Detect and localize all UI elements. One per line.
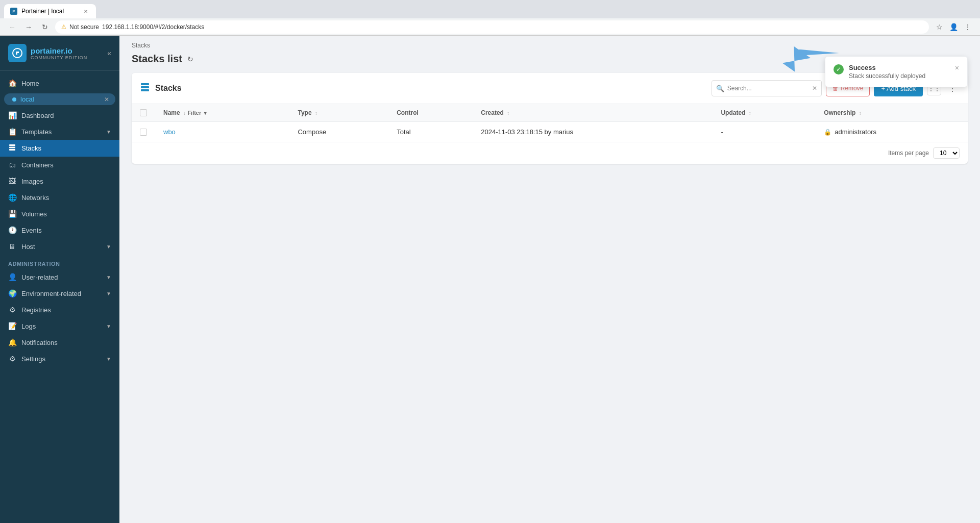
sidebar-item-settings[interactable]: ⚙ Settings ▼ — [0, 351, 119, 367]
notifications-icon: 🔔 — [8, 338, 16, 346]
home-icon: 🏠 — [8, 79, 16, 87]
select-all-checkbox[interactable] — [140, 109, 147, 116]
refresh-button[interactable]: ↻ — [187, 55, 193, 63]
svg-rect-5 — [141, 86, 149, 88]
type-sort-icon: ↕ — [315, 110, 317, 116]
toast-message: Stack successfully deployed — [849, 72, 950, 80]
sidebar-item-label-networks: Networks — [21, 194, 49, 202]
search-input[interactable] — [727, 85, 809, 92]
sidebar-item-label-host: Host — [21, 243, 35, 251]
environment-related-chevron-icon: ▼ — [106, 291, 111, 296]
settings-icon: ⚙ — [8, 355, 16, 363]
logo-content: portainer.io Community Edition — [8, 44, 87, 62]
logo-main-text: portainer.io — [31, 46, 87, 55]
toast-notification: ✓ Success Stack successfully deployed × — [825, 56, 968, 87]
sidebar-item-notifications[interactable]: 🔔 Notifications — [0, 334, 119, 351]
sidebar-item-label-settings: Settings — [21, 355, 45, 363]
created-column-header[interactable]: Created ↕ — [473, 104, 713, 122]
sidebar-item-home[interactable]: 🏠 Home — [0, 75, 119, 91]
active-tab[interactable]: P Portainer | local ✕ — [4, 4, 96, 18]
sidebar-item-label-images: Images — [21, 178, 43, 185]
sidebar-item-label-stacks: Stacks — [21, 144, 41, 152]
sidebar-item-images[interactable]: 🖼 Images — [0, 173, 119, 189]
stacks-table: Name ↓ Filter ▼ Type ↕ C — [132, 104, 968, 142]
row-type-cell: Compose — [289, 122, 388, 142]
logo-text: portainer.io Community Edition — [31, 46, 87, 60]
bookmark-button[interactable]: ☆ — [933, 21, 945, 33]
control-column-header[interactable]: Control — [388, 104, 473, 122]
row-updated-cell: - — [713, 122, 816, 142]
sidebar-item-logs[interactable]: 📝 Logs ▼ — [0, 318, 119, 334]
back-button[interactable]: ← — [6, 21, 18, 33]
sidebar-item-networks[interactable]: 🌐 Networks — [0, 189, 119, 206]
name-column-header[interactable]: Name ↓ Filter ▼ — [155, 104, 289, 122]
menu-button[interactable]: ⋮ — [962, 21, 974, 33]
items-per-page-label: Items per page — [888, 150, 929, 157]
sidebar-logo: portainer.io Community Edition « — [0, 36, 119, 71]
sidebar-item-user-related[interactable]: 👤 User-related ▼ — [0, 269, 119, 285]
sidebar-item-label-registries: Registries — [21, 306, 51, 314]
sidebar-item-events[interactable]: 🕐 Events — [0, 222, 119, 238]
sidebar-item-dashboard[interactable]: 📊 Dashboard — [0, 107, 119, 123]
security-label: Not secure — [69, 23, 99, 31]
search-box[interactable]: 🔍 ✕ — [712, 80, 822, 96]
logs-chevron-icon: ▼ — [106, 323, 111, 329]
logs-icon: 📝 — [8, 322, 16, 330]
sidebar-item-templates[interactable]: 📋 Templates ▼ — [0, 123, 119, 140]
row-name-cell: wbo — [155, 122, 289, 142]
updated-column-header[interactable]: Updated ↕ — [713, 104, 816, 122]
forward-button[interactable]: → — [22, 21, 35, 33]
sidebar-item-registries[interactable]: ⚙ Registries — [0, 302, 119, 318]
row-created-cell: 2024-11-03 23:18:15 by marius — [473, 122, 713, 142]
tab-close-button[interactable]: ✕ — [82, 7, 90, 15]
app: portainer.io Community Edition « 🏠 Home … — [0, 36, 980, 523]
ownership-content: 🔒 administrators — [824, 128, 960, 136]
page-title: Stacks list — [132, 53, 182, 65]
reload-button[interactable]: ↻ — [39, 21, 51, 33]
events-icon: 🕐 — [8, 226, 16, 234]
search-icon: 🔍 — [716, 85, 724, 92]
table-header: Name ↓ Filter ▼ Type ↕ C — [132, 104, 968, 122]
svg-rect-6 — [141, 89, 149, 91]
environment-close-icon[interactable]: ✕ — [104, 96, 109, 103]
host-chevron-icon: ▼ — [106, 244, 111, 250]
stack-name-link[interactable]: wbo — [163, 128, 176, 136]
tab-label: Portainer | local — [21, 8, 64, 15]
toast-close-button[interactable]: × — [955, 64, 959, 72]
environment-status-dot — [12, 97, 16, 102]
sidebar-item-containers[interactable]: 🗂 Containers — [0, 157, 119, 173]
sidebar-collapse-button[interactable]: « — [107, 49, 111, 57]
filter-icon: ▼ — [203, 110, 208, 116]
sidebar-item-host[interactable]: 🖥 Host ▼ — [0, 238, 119, 255]
host-icon: 🖥 — [8, 242, 16, 251]
row-checkbox[interactable] — [140, 129, 147, 136]
ownership-icon: 🔒 — [824, 129, 831, 136]
environment-related-icon: 🌍 — [8, 289, 16, 297]
sidebar-item-label-environment-related: Environment-related — [21, 290, 81, 297]
sidebar-item-stacks[interactable]: Stacks — [0, 140, 119, 157]
ownership-column-header[interactable]: Ownership ↕ — [816, 104, 968, 122]
arrow-pointer — [781, 35, 832, 77]
networks-icon: 🌐 — [8, 193, 16, 202]
sidebar-item-label-containers: Containers — [21, 161, 54, 169]
svg-rect-1 — [9, 144, 15, 146]
browser-tabs: P Portainer | local ✕ — [0, 0, 980, 18]
toolbar-actions: ☆ 👤 ⋮ — [933, 21, 974, 33]
name-filter-button[interactable]: Filter ▼ — [187, 110, 208, 116]
sidebar-item-environment-related[interactable]: 🌍 Environment-related ▼ — [0, 285, 119, 302]
registries-icon: ⚙ — [8, 306, 16, 314]
toast-success-icon: ✓ — [834, 64, 844, 74]
svg-rect-4 — [141, 83, 149, 85]
items-per-page-select[interactable]: 10 25 50 — [933, 147, 960, 159]
sidebar-item-label-logs: Logs — [21, 322, 36, 330]
sidebar-item-volumes[interactable]: 💾 Volumes — [0, 206, 119, 222]
profile-button[interactable]: 👤 — [947, 21, 960, 33]
ownership-sort-icon: ↕ — [859, 110, 862, 116]
select-all-column — [132, 104, 155, 122]
admin-section-label: Administration — [0, 255, 119, 269]
environment-badge[interactable]: local ✕ — [4, 93, 115, 105]
sidebar-item-label-volumes: Volumes — [21, 210, 47, 218]
type-column-header[interactable]: Type ↕ — [289, 104, 388, 122]
name-sort-icon: ↓ — [183, 110, 186, 116]
templates-chevron-icon: ▼ — [106, 129, 111, 135]
